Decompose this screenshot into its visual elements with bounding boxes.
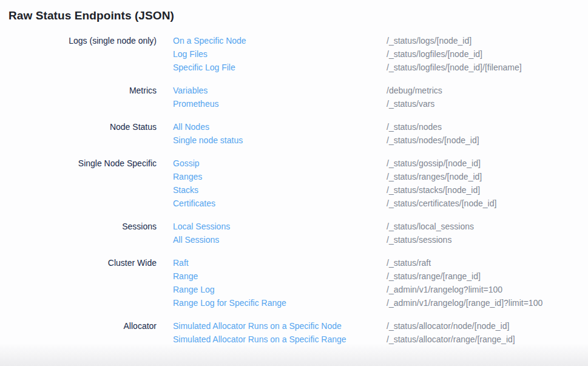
endpoint-row: Range /_status/range/[range_id] <box>173 269 588 283</box>
endpoint-path: /_status/raft <box>387 256 588 269</box>
endpoint-row: Single node status /_status/nodes/[node_… <box>173 134 588 147</box>
endpoint-row: Certificates /_status/certificates/[node… <box>173 197 588 210</box>
endpoint-entries: Raft /_status/raft Range /_status/range/… <box>173 256 588 310</box>
endpoint-path: /_status/nodes <box>387 120 588 134</box>
endpoint-path: /_status/logfiles/[node_id] <box>387 47 588 61</box>
endpoint-row: Ranges /_status/ranges/[node_id] <box>173 170 588 183</box>
endpoint-entries: All Nodes /_status/nodes Single node sta… <box>173 120 588 147</box>
category-label: Cluster Wide <box>0 256 173 310</box>
endpoint-section: Allocator Simulated Allocator Runs on a … <box>0 319 588 346</box>
endpoint-link[interactable]: All Sessions <box>173 233 387 246</box>
endpoint-path: /_admin/v1/rangelog/[range_id]?limit=100 <box>387 296 588 310</box>
endpoint-path: /_status/ranges/[node_id] <box>387 170 588 183</box>
category-label: Logs (single node only) <box>0 34 173 74</box>
endpoint-link[interactable]: On a Specific Node <box>173 34 387 47</box>
endpoints-list: Logs (single node only) On a Specific No… <box>0 34 588 346</box>
endpoint-path: /_status/logs/[node_id] <box>387 34 588 47</box>
endpoint-row: Variables /debug/metrics <box>173 84 588 97</box>
endpoint-link[interactable]: Log Files <box>173 47 387 61</box>
endpoint-link[interactable]: Local Sessions <box>173 220 387 233</box>
endpoint-section: Single Node Specific Gossip /_status/gos… <box>0 157 588 210</box>
endpoint-row: On a Specific Node /_status/logs/[node_i… <box>173 34 588 47</box>
page-title: Raw Status Endpoints (JSON) <box>0 0 588 24</box>
endpoint-section: Metrics Variables /debug/metrics Prometh… <box>0 84 588 110</box>
endpoint-path: /_status/local_sessions <box>387 220 588 233</box>
endpoint-section: Cluster Wide Raft /_status/raft Range /_… <box>0 256 588 310</box>
endpoint-link[interactable]: All Nodes <box>173 120 387 134</box>
category-label: Single Node Specific <box>0 157 173 210</box>
endpoint-row: Raft /_status/raft <box>173 256 588 269</box>
endpoint-row: Specific Log File /_status/logfiles/[nod… <box>173 61 588 74</box>
endpoint-link[interactable]: Raft <box>173 256 387 269</box>
endpoint-link[interactable]: Simulated Allocator Runs on a Specific N… <box>173 319 387 333</box>
endpoint-row: Simulated Allocator Runs on a Specific R… <box>173 333 588 346</box>
endpoint-path: /_status/gossip/[node_id] <box>387 157 588 170</box>
endpoint-path: /_admin/v1/rangelog?limit=100 <box>387 283 588 296</box>
endpoint-path: /debug/metrics <box>387 84 588 97</box>
endpoint-section: Node Status All Nodes /_status/nodes Sin… <box>0 120 588 147</box>
endpoint-row: Local Sessions /_status/local_sessions <box>173 220 588 233</box>
endpoint-row: Gossip /_status/gossip/[node_id] <box>173 157 588 170</box>
category-label: Metrics <box>0 84 173 110</box>
endpoint-section: Sessions Local Sessions /_status/local_s… <box>0 220 588 246</box>
endpoint-link[interactable]: Range Log for Specific Range <box>173 296 387 310</box>
debug-endpoints-page: Raw Status Endpoints (JSON) Logs (single… <box>0 0 588 366</box>
endpoint-link[interactable]: Specific Log File <box>173 61 387 74</box>
category-label: Sessions <box>0 220 173 246</box>
endpoint-entries: Gossip /_status/gossip/[node_id] Ranges … <box>173 157 588 210</box>
endpoint-link[interactable]: Prometheus <box>173 97 387 110</box>
endpoint-path: /_status/range/[range_id] <box>387 269 588 283</box>
category-label: Node Status <box>0 120 173 147</box>
endpoint-link[interactable]: Stacks <box>173 183 387 197</box>
endpoint-link[interactable]: Simulated Allocator Runs on a Specific R… <box>173 333 387 346</box>
endpoint-link[interactable]: Range <box>173 269 387 283</box>
endpoint-row: Simulated Allocator Runs on a Specific N… <box>173 319 588 333</box>
endpoint-row: Prometheus /_status/vars <box>173 97 588 110</box>
endpoint-path: /_status/stacks/[node_id] <box>387 183 588 197</box>
endpoint-path: /_status/sessions <box>387 233 588 246</box>
endpoint-path: /_status/allocator/node/[node_id] <box>387 319 588 333</box>
endpoint-entries: Simulated Allocator Runs on a Specific N… <box>173 319 588 346</box>
endpoint-path: /_status/nodes/[node_id] <box>387 134 588 147</box>
endpoint-row: Log Files /_status/logfiles/[node_id] <box>173 47 588 61</box>
endpoint-path: /_status/certificates/[node_id] <box>387 197 588 210</box>
footer-fade-gradient <box>0 343 588 366</box>
endpoint-entries: On a Specific Node /_status/logs/[node_i… <box>173 34 588 74</box>
endpoint-link[interactable]: Ranges <box>173 170 387 183</box>
category-label: Allocator <box>0 319 173 346</box>
endpoint-row: Stacks /_status/stacks/[node_id] <box>173 183 588 197</box>
endpoint-path: /_status/allocator/range/[range_id] <box>387 333 588 346</box>
endpoint-path: /_status/vars <box>387 97 588 110</box>
endpoint-entries: Local Sessions /_status/local_sessions A… <box>173 220 588 246</box>
endpoint-link[interactable]: Gossip <box>173 157 387 170</box>
endpoint-row: Range Log /_admin/v1/rangelog?limit=100 <box>173 283 588 296</box>
endpoint-section: Logs (single node only) On a Specific No… <box>0 34 588 74</box>
endpoint-row: All Sessions /_status/sessions <box>173 233 588 246</box>
endpoint-link[interactable]: Variables <box>173 84 387 97</box>
endpoint-row: Range Log for Specific Range /_admin/v1/… <box>173 296 588 310</box>
endpoint-row: All Nodes /_status/nodes <box>173 120 588 134</box>
endpoint-link[interactable]: Single node status <box>173 134 387 147</box>
endpoint-path: /_status/logfiles/[node_id]/[filename] <box>387 61 588 74</box>
endpoint-link[interactable]: Range Log <box>173 283 387 296</box>
endpoint-link[interactable]: Certificates <box>173 197 387 210</box>
endpoint-entries: Variables /debug/metrics Prometheus /_st… <box>173 84 588 110</box>
